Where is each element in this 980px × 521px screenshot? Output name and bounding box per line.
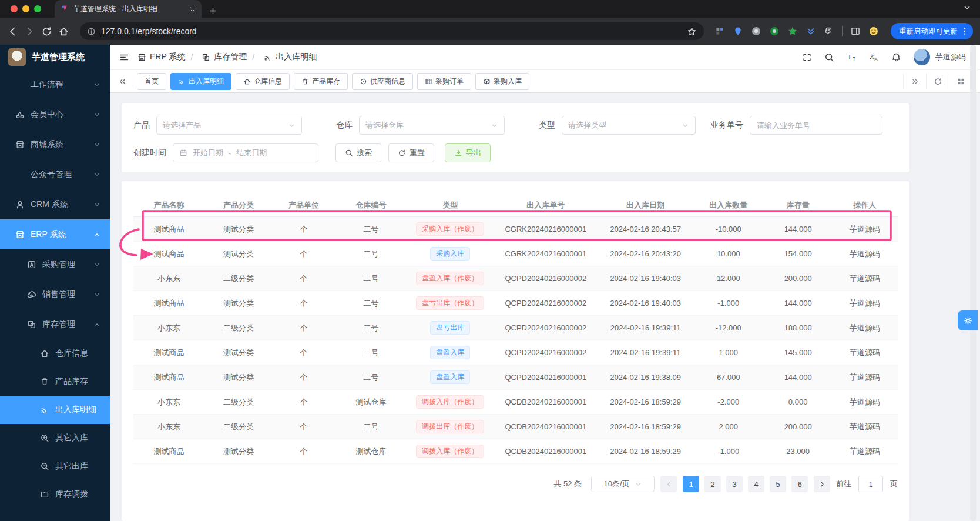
forward-button[interactable]	[24, 26, 35, 37]
extension-green-icon[interactable]	[769, 26, 780, 36]
new-tab-button[interactable]	[209, 6, 217, 15]
profile-avatar-icon[interactable]	[868, 26, 879, 36]
browser-tab[interactable]: 芋道管理系统 - 出入库明细	[55, 0, 202, 18]
extension-star-icon[interactable]	[787, 26, 798, 36]
breadcrumb-item[interactable]: 库存管理	[185, 52, 247, 62]
page-number-button[interactable]: 3	[726, 476, 743, 492]
sidebar-item[interactable]: 其它入库	[0, 424, 110, 452]
sidebar-item[interactable]: 出入库明细	[0, 396, 110, 424]
language-icon[interactable]: 文A	[869, 52, 879, 62]
table-row[interactable]: 测试商品 测试分类 个 二号 盘盈入库 QCPD20240216000002 2…	[133, 340, 898, 365]
fullscreen-icon[interactable]	[802, 52, 812, 62]
page-scrollbar[interactable]	[970, 45, 976, 521]
page-number-button[interactable]: 1	[683, 476, 699, 492]
sidebar-item[interactable]: 库存调拨	[0, 480, 110, 509]
extension-gray-icon[interactable]	[751, 26, 761, 36]
filter-panel: 产品 请选择产品 仓库 请选择仓库	[122, 103, 909, 172]
sidebar-collapse-icon[interactable]	[119, 52, 129, 62]
browser-menu-icon[interactable]	[960, 26, 969, 36]
sidebar-item[interactable]: 仓库信息	[0, 339, 110, 368]
page-tab[interactable]: 出入库明细	[170, 73, 231, 90]
sidebar-item[interactable]: 会员中心	[0, 99, 110, 129]
breadcrumb-item[interactable]: ERP 系统	[137, 52, 185, 62]
back-button[interactable]	[7, 26, 18, 37]
pagination: 共 52 条 10条/页 1 2	[133, 476, 898, 492]
search-icon[interactable]	[824, 52, 834, 62]
goto-page-input[interactable]	[858, 476, 883, 492]
prev-page-button[interactable]	[660, 476, 677, 492]
sidebar-item[interactable]: 商城系统	[0, 129, 110, 159]
table-row[interactable]: 小东东 二级分类 个 测试仓库 调拨入库（作废） QCDB20240216000…	[133, 390, 898, 415]
settings-fab-button[interactable]	[958, 310, 978, 330]
export-button[interactable]: 导出	[445, 143, 491, 162]
extensions-puzzle-icon[interactable]	[824, 26, 834, 36]
table-row[interactable]: 小东东 二级分类 个 二号 调拨出库（作废） QCDB2024021600000…	[133, 415, 898, 439]
next-page-button[interactable]	[814, 476, 830, 492]
cell-product: 测试商品	[133, 340, 204, 365]
date-range-input[interactable]: 开始日期 - 结束日期	[173, 143, 318, 162]
page-number-button[interactable]: 4	[748, 476, 764, 492]
page-tab[interactable]: 采购入库	[475, 73, 529, 90]
cell-order-no: CGRK20240216000001	[494, 242, 598, 266]
reset-button[interactable]: 重置	[388, 143, 434, 162]
person-icon	[15, 200, 25, 209]
home-button[interactable]	[58, 26, 69, 37]
sidebar-item[interactable]: 公众号管理	[0, 159, 110, 189]
site-info-icon[interactable]	[87, 27, 96, 36]
extension-pin-icon[interactable]	[733, 26, 743, 36]
cup-icon	[40, 377, 49, 386]
page-size-select[interactable]: 10条/页	[591, 476, 655, 492]
warehouse-select[interactable]: 请选择仓库	[359, 116, 505, 135]
sidebar-item[interactable]: CRM 系统	[0, 189, 110, 219]
layout-grid-button[interactable]	[949, 74, 972, 89]
sidebar-item[interactable]: 工作流程	[0, 69, 110, 99]
table-row[interactable]: 测试商品 测试分类 个 二号 采购入库 CGRK20240216000001 2…	[133, 242, 898, 266]
side-panel-icon[interactable]	[850, 26, 861, 36]
table-row[interactable]: 小东东 二级分类 个 二号 盘盈入库（作废） QCPD2024021600000…	[133, 266, 898, 291]
close-window-button[interactable]	[11, 5, 18, 12]
page-tab[interactable]: 供应商信息	[352, 73, 413, 90]
sidebar-item[interactable]: 采购管理	[0, 249, 110, 279]
refresh-page-button[interactable]	[926, 74, 949, 89]
user-menu[interactable]: 芋道源码	[914, 49, 966, 65]
page-number-button[interactable]: 5	[770, 476, 786, 492]
sidebar-item[interactable]: 其它出库	[0, 452, 110, 480]
page-number-button[interactable]: 6	[791, 476, 808, 492]
type-select[interactable]: 请选择类型	[562, 116, 696, 135]
font-size-icon[interactable]: TT	[847, 52, 857, 62]
address-bar[interactable]: 127.0.0.1/erp/stock/record	[80, 22, 704, 40]
page-number-button[interactable]: 2	[704, 476, 721, 492]
search-button[interactable]: 搜索	[335, 143, 381, 162]
maximize-window-button[interactable]	[34, 5, 41, 12]
table-row[interactable]: 测试商品 测试分类 个 测试仓库 调拨入库（作废） QCDB2024021600…	[133, 439, 898, 464]
extension-chevrons-icon[interactable]	[806, 26, 816, 36]
table-row[interactable]: 测试商品 测试分类 个 二号 盘亏出库（作废） QCPD202402160000…	[133, 291, 898, 316]
table-row[interactable]: 测试商品 测试分类 个 二号 盘盈入库 QCPD20240216000001 2…	[133, 365, 898, 390]
bookmark-star-icon[interactable]	[687, 26, 697, 36]
bizno-input[interactable]	[750, 116, 882, 135]
sidebar-item[interactable]: 库存管理	[0, 309, 110, 339]
table-row[interactable]: 小东东 二级分类 个 二号 盘亏出库 QCPD20240216000002 20…	[133, 316, 898, 340]
type-tag: 盘亏出库（作废）	[416, 296, 484, 310]
product-select[interactable]: 请选择产品	[156, 116, 302, 135]
tabs-scroll-right-button[interactable]	[903, 74, 926, 89]
tab-search-button[interactable]	[962, 3, 972, 12]
page-tab[interactable]: 仓库信息	[236, 73, 290, 90]
tabs-scroll-left-icon[interactable]	[118, 77, 127, 86]
page-tab[interactable]: 首页	[137, 73, 166, 90]
tab-close-icon[interactable]	[189, 6, 196, 12]
sidebar-header: 芋道管理系统	[0, 45, 110, 69]
sidebar-item[interactable]: ERP 系统	[0, 219, 110, 249]
table-row[interactable]: 测试商品 测试分类 个 二号 采购入库（作废） CGRK202402160000…	[133, 217, 898, 242]
browser-update-button[interactable]: 重新启动即可更新	[891, 23, 973, 39]
reload-button[interactable]	[41, 26, 52, 37]
sidebar-item[interactable]: 销售管理	[0, 279, 110, 309]
page-tab[interactable]: 采购订单	[417, 73, 471, 90]
sidebar-item[interactable]: 产品库存	[0, 368, 110, 396]
breadcrumb-item[interactable]: 出入库明细	[247, 52, 317, 62]
chevron-right-icon	[818, 480, 826, 488]
notification-bell-icon[interactable]	[891, 52, 901, 62]
minimize-window-button[interactable]	[22, 5, 29, 12]
extension-grid-icon[interactable]	[714, 26, 725, 36]
page-tab[interactable]: 产品库存	[294, 73, 348, 90]
